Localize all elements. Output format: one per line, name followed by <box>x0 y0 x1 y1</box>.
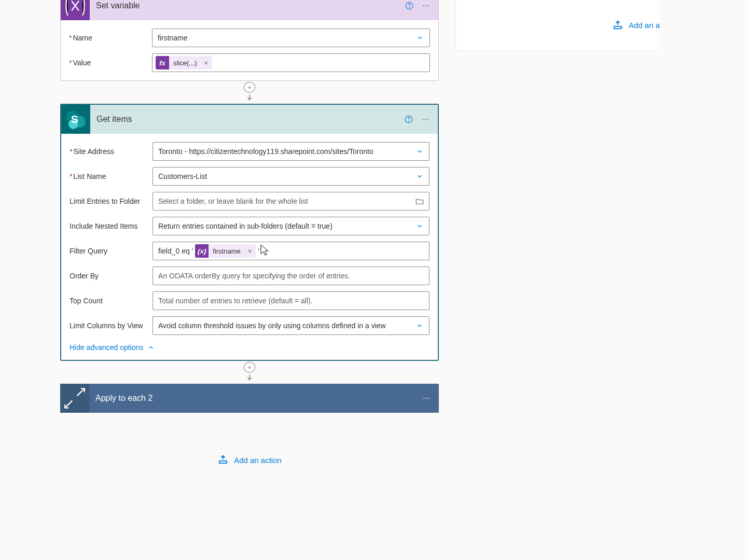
sharepoint-icon: S <box>61 105 90 134</box>
loop-icon <box>60 384 89 413</box>
fx-icon: fx <box>156 56 169 69</box>
nested-items-value: Return entries contained in sub-folders … <box>158 222 413 230</box>
filter-query-label: Filter Query <box>70 247 153 255</box>
name-value: firstname <box>158 34 414 42</box>
chevron-up-icon <box>147 344 155 351</box>
add-action-icon <box>612 20 624 31</box>
chevron-down-icon <box>413 322 426 329</box>
side-panel: Add an a <box>455 0 660 51</box>
svg-point-16 <box>428 398 430 399</box>
arrow-down-icon <box>245 93 254 104</box>
value-label: Value <box>69 59 152 67</box>
top-count-input[interactable]: Total number of entries to retrieve (def… <box>153 291 430 310</box>
hide-advanced-toggle[interactable]: Hide advanced options <box>70 343 430 352</box>
nested-items-label: Include Nested Items <box>70 222 153 230</box>
help-icon[interactable] <box>401 0 418 14</box>
remove-token-icon[interactable]: × <box>244 247 256 255</box>
limit-folder-input[interactable]: Select a folder, or leave blank for the … <box>153 192 430 211</box>
insert-step-button[interactable] <box>244 362 255 373</box>
order-by-input[interactable]: An ODATA orderBy query for specifying th… <box>153 267 430 285</box>
card-title: Apply to each 2 <box>89 394 418 403</box>
card-header[interactable]: S Get items <box>61 105 438 134</box>
svg-text:S: S <box>71 113 78 125</box>
ellipsis-icon[interactable] <box>418 390 435 407</box>
svg-point-14 <box>424 398 425 399</box>
svg-point-11 <box>423 119 424 120</box>
list-name-dropdown[interactable]: Customers-List <box>153 167 430 186</box>
dynamic-content-token[interactable]: {x} firstname × <box>195 244 256 258</box>
limit-folder-label: Limit Entries to Folder <box>70 197 153 205</box>
action-set-variable[interactable]: Set variable Name firstname Value fx <box>60 0 439 81</box>
name-dropdown[interactable]: firstname <box>152 29 430 47</box>
card-header[interactable]: Set variable <box>61 0 438 20</box>
limit-columns-label: Limit Columns by View <box>70 321 153 330</box>
add-action-button-panel[interactable]: Add an a <box>612 20 660 31</box>
expression-token[interactable]: fx slice(...) × <box>156 56 212 69</box>
folder-picker-icon[interactable] <box>413 197 426 206</box>
order-by-label: Order By <box>70 272 153 280</box>
insert-step-button[interactable] <box>244 82 255 93</box>
token-label: slice(...) <box>169 59 200 67</box>
variable-icon <box>61 0 90 20</box>
site-address-value: Toronto - https://citizentechnology119.s… <box>158 147 413 156</box>
value-input[interactable]: fx slice(...) × <box>152 53 430 72</box>
add-action-icon <box>217 454 229 466</box>
add-action-label: Add an a <box>629 21 660 30</box>
add-action-label: Add an action <box>234 456 282 465</box>
limit-columns-value: Avoid column threshold issues by only us… <box>158 321 413 330</box>
name-label: Name <box>69 34 152 42</box>
connector <box>60 81 439 104</box>
card-title: Set variable <box>90 1 401 10</box>
action-get-items[interactable]: S Get items Site Address Toronto - https… <box>60 104 439 361</box>
svg-point-15 <box>426 398 427 399</box>
add-action-button[interactable]: Add an action <box>217 454 282 466</box>
svg-point-2 <box>423 5 424 6</box>
chevron-down-icon <box>413 148 426 155</box>
svg-point-10 <box>409 121 409 121</box>
svg-rect-18 <box>614 26 622 29</box>
limit-columns-dropdown[interactable]: Avoid column threshold issues by only us… <box>153 316 430 335</box>
filter-query-input[interactable]: field_0 eq ' {x} firstname × ' <box>153 242 430 260</box>
token-label: firstname <box>209 247 243 255</box>
order-by-placeholder: An ODATA orderBy query for specifying th… <box>158 272 426 280</box>
connector <box>60 361 439 384</box>
site-address-dropdown[interactable]: Toronto - https://citizentechnology119.s… <box>153 142 430 161</box>
card-header[interactable]: Apply to each 2 <box>60 384 439 413</box>
filter-suffix-text: ' <box>258 247 259 255</box>
chevron-down-icon <box>414 34 426 41</box>
list-name-value: Customers-List <box>158 172 413 180</box>
svg-rect-17 <box>219 461 227 464</box>
svg-point-13 <box>427 119 428 120</box>
svg-point-3 <box>425 5 426 6</box>
limit-folder-placeholder: Select a folder, or leave blank for the … <box>158 197 413 205</box>
ellipsis-icon[interactable] <box>418 0 434 14</box>
top-count-label: Top Count <box>70 297 153 305</box>
svg-point-1 <box>409 7 410 8</box>
card-title: Get items <box>90 115 400 124</box>
svg-point-4 <box>428 5 429 6</box>
variable-icon: {x} <box>195 244 209 258</box>
ellipsis-icon[interactable] <box>417 111 434 128</box>
top-count-placeholder: Total number of entries to retrieve (def… <box>158 297 426 305</box>
chevron-down-icon <box>413 173 426 180</box>
action-apply-to-each[interactable]: Apply to each 2 <box>60 384 439 413</box>
remove-token-icon[interactable]: × <box>200 59 213 67</box>
nested-items-dropdown[interactable]: Return entries contained in sub-folders … <box>153 217 430 235</box>
arrow-down-icon <box>245 373 254 384</box>
svg-point-12 <box>425 119 426 120</box>
list-name-label: List Name <box>70 172 153 180</box>
site-address-label: Site Address <box>70 147 153 156</box>
filter-prefix-text: field_0 eq ' <box>158 247 193 255</box>
help-icon[interactable] <box>400 111 417 128</box>
chevron-down-icon <box>413 222 426 230</box>
hide-advanced-label: Hide advanced options <box>70 343 143 352</box>
